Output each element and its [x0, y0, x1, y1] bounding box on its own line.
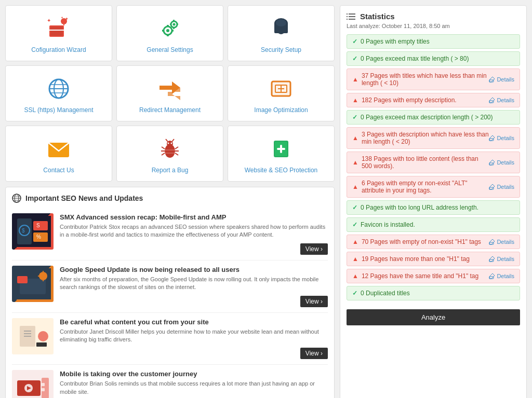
svg-line-37 [172, 139, 174, 142]
news-view-btn-2[interactable]: View [300, 296, 328, 307]
news-item-4: Mobile is taking over the customer journ… [12, 365, 328, 398]
card-config-wizard[interactable]: ✦ ✦ ✦ Cofiguration Wizard [5, 5, 112, 61]
news-view-btn-3[interactable]: View [300, 348, 328, 359]
bug-icon [156, 135, 183, 162]
stat-item-stat-13: ▲12 Pages have the same title and "H1" t… [347, 269, 520, 283]
svg-rect-1 [50, 26, 63, 36]
details-link[interactable]: Details [489, 76, 514, 83]
security-icon [268, 15, 295, 42]
card-redirect-management-label: Redirect Management [139, 106, 201, 114]
check-icon: ✓ [352, 114, 357, 121]
news-content-4: Mobile is taking over the customer journ… [60, 370, 328, 398]
svg-rect-85 [42, 388, 45, 391]
analyze-button[interactable]: Analyze [347, 309, 520, 325]
svg-point-39 [171, 143, 172, 144]
warning-icon: ▲ [352, 238, 358, 245]
warning-icon: ▲ [352, 159, 358, 166]
svg-line-45 [175, 153, 178, 155]
news-view-btn-1[interactable]: View [300, 243, 328, 255]
svg-rect-61 [33, 221, 48, 230]
edit-icon [489, 159, 495, 166]
svg-point-90 [347, 16, 348, 17]
card-general-settings[interactable]: General Settings [116, 5, 223, 61]
redirect-icon [156, 75, 183, 102]
card-image-optimization-label: Image Optimization [254, 106, 308, 114]
globe-news-icon [12, 194, 21, 203]
card-security-setup-label: Security Setup [261, 46, 301, 53]
details-link[interactable]: Details [489, 135, 514, 141]
svg-text:✦: ✦ [61, 16, 63, 19]
stat-item-stat-7: ▲138 Pages with too little content (less… [347, 152, 520, 173]
card-image-optimization[interactable]: Image Optimization [228, 65, 335, 121]
details-link[interactable]: Details [489, 256, 514, 262]
news-thumb-3 [12, 318, 54, 354]
news-desc-4: Contributor Brian Solis reminds us that … [60, 380, 328, 396]
stat-text: 19 Pages have more than one "H1" tag [362, 255, 470, 263]
warning-icon: ▲ [352, 97, 358, 104]
details-link[interactable]: Details [489, 273, 514, 279]
card-general-settings-label: General Settings [147, 46, 193, 53]
news-item-2: Google Speed Update is now being release… [12, 260, 328, 313]
svg-text:✦: ✦ [47, 18, 51, 23]
svg-text:%: % [36, 234, 41, 240]
news-title-2: Google Speed Update is now being release… [60, 266, 328, 273]
warning-icon: ▲ [352, 183, 358, 190]
svg-rect-84 [42, 383, 45, 386]
news-thumb-2 [12, 266, 54, 302]
edit-icon [489, 135, 495, 141]
svg-rect-18 [170, 23, 171, 25]
svg-rect-67 [17, 276, 28, 283]
check-icon: ✓ [352, 55, 357, 62]
stat-text: 12 Pages have the same title and "H1" ta… [362, 272, 478, 280]
card-report-bug[interactable]: Report a Bug [116, 126, 223, 182]
card-redirect-management[interactable]: Redirect Management [116, 65, 223, 121]
svg-line-43 [175, 147, 178, 149]
svg-point-38 [168, 143, 169, 144]
news-header: Important SEO News and Updates [12, 194, 328, 203]
card-contact-us[interactable]: Contact Us [5, 126, 112, 182]
news-desc-3: Contributor Janet Driscoll Miller helps … [60, 328, 328, 344]
list-icon [347, 13, 356, 20]
svg-point-91 [347, 19, 348, 20]
news-item-3: Be careful what content you cut from you… [12, 313, 328, 365]
details-link[interactable]: Details [489, 184, 514, 190]
stat-item-stat-4: ▲182 Pages with empty description. Detai… [347, 93, 520, 107]
check-icon: ✓ [352, 204, 357, 211]
details-link[interactable]: Details [489, 159, 514, 166]
stat-text: Favicon is installed. [361, 221, 415, 228]
details-link[interactable]: Details [489, 97, 514, 103]
stat-text: 138 Pages with too little content (less … [362, 155, 489, 170]
svg-point-68 [39, 272, 47, 280]
svg-text:S: S [36, 223, 40, 228]
edit-icon [489, 256, 495, 262]
card-report-bug-label: Report a Bug [152, 167, 189, 174]
stat-text: 182 Pages with empty description. [362, 97, 457, 104]
stat-item-stat-8: ▲6 Pages with empty or non-exist "ALT" a… [347, 176, 520, 198]
card-ssl-management-label: SSL (https) Management [24, 106, 94, 114]
stat-text: 3 Pages with description which have less… [362, 131, 489, 145]
edit-icon [489, 97, 495, 103]
news-title: Important SEO News and Updates [25, 194, 143, 202]
warning-icon: ▲ [352, 272, 358, 280]
news-desc-1: Contributor Patrick Stox recaps an advan… [60, 223, 328, 239]
edit-icon [489, 239, 495, 245]
stat-text: 70 Pages with empty of non-exist "H1" ta… [362, 238, 481, 245]
svg-line-42 [162, 153, 165, 155]
check-icon: ✓ [352, 38, 357, 45]
svg-point-74 [38, 331, 48, 341]
warning-icon: ▲ [352, 76, 358, 83]
svg-line-36 [166, 139, 168, 142]
card-ssl-management[interactable]: SSL (https) Management [5, 65, 112, 121]
statistics-date: Last analyze: October 11, 2018, 8:50 am [347, 23, 520, 29]
svg-rect-19 [177, 23, 178, 25]
card-security-setup[interactable]: Security Setup [228, 5, 335, 61]
contact-icon [45, 135, 72, 162]
stat-item-stat-10: ✓Favicon is installed. [347, 217, 520, 232]
news-item-1: $ S % SMX Advanced session recap: Mobile… [12, 208, 328, 260]
stat-item-stat-14: ✓0 Duplicated titles [347, 286, 520, 300]
svg-rect-13 [167, 34, 169, 36]
stat-item-stat-2: ✓0 Pages exceed max title length ( > 80) [347, 51, 520, 66]
card-website-seo[interactable]: Website & SEO Protection [228, 126, 335, 182]
details-link[interactable]: Details [489, 239, 514, 245]
svg-rect-14 [162, 30, 164, 32]
